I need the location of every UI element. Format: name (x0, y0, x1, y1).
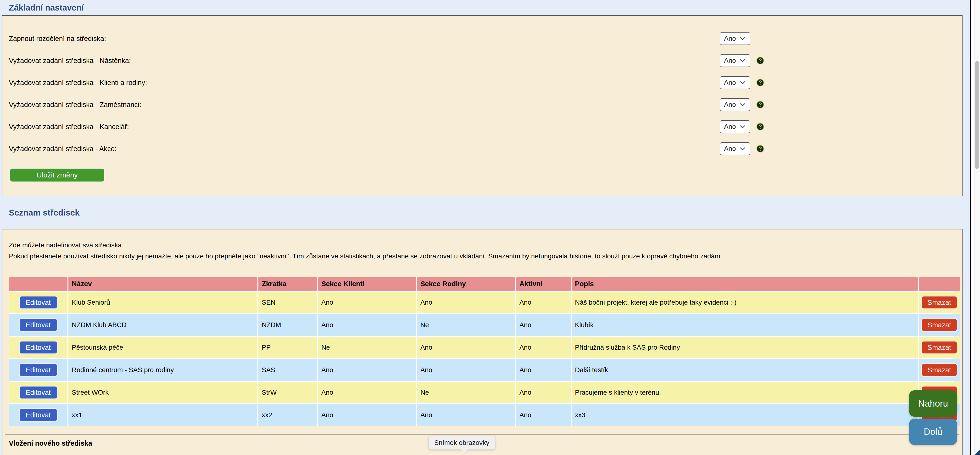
help-icon[interactable]: ? (757, 79, 764, 86)
save-changes-button[interactable]: Uložit změny (10, 168, 105, 182)
chevron-down-icon (740, 101, 745, 106)
setting-label: Zapnout rozdělení na střediska: (2, 35, 106, 43)
select-value: Ano (724, 145, 736, 153)
setting-label: Vyžadovat zadání střediska - Zaměstnanci… (2, 101, 141, 109)
cell-sekce-klienti: Ano (318, 314, 416, 336)
help-icon[interactable]: ? (757, 57, 764, 64)
cell-nazev: Klub Seniorů (68, 292, 258, 313)
edit-cell: Editovat (9, 292, 67, 313)
cell-popis: Klubík (571, 314, 918, 336)
select-value: Ano (724, 123, 736, 131)
centers-intro-line2: Pokud přestanete používat středisko nikd… (2, 252, 962, 260)
delete-cell: Smazat (919, 359, 960, 381)
edit-button[interactable]: Editovat (19, 318, 58, 332)
cell-zkratka: StrW (258, 382, 317, 403)
cell-sekce-rodiny: Ano (417, 404, 515, 426)
setting-select[interactable]: Ano (720, 32, 750, 45)
cell-sekce-klienti: Ano (318, 292, 416, 313)
edit-cell: Editovat (9, 404, 67, 426)
setting-select[interactable]: Ano (720, 120, 750, 133)
cell-popis: xx3 (571, 404, 918, 426)
cell-zkratka: NZDM (258, 314, 317, 336)
panel-divider (5, 434, 959, 435)
scrollbar-corner-wedge (975, 450, 980, 455)
edit-cell: Editovat (9, 382, 67, 403)
cell-popis: Náš boční projekt, kterej ale potřebuje … (571, 292, 918, 313)
cell-sekce-klienti: Ano (318, 382, 416, 403)
setting-row: Vyžadovat zadání střediska - Klienti a r… (2, 72, 962, 94)
edit-cell: Editovat (9, 337, 67, 358)
table-header-cell (9, 277, 67, 291)
cell-zkratka: xx2 (258, 404, 317, 426)
cell-sekce-rodiny: Ne (417, 382, 515, 403)
cell-sekce-rodiny: Ne (417, 314, 515, 336)
cell-sekce-rodiny: Ano (417, 292, 515, 313)
cell-zkratka: PP (258, 337, 317, 358)
centers-table: NázevZkratkaSekce KlientiSekce RodinyAkt… (9, 277, 954, 426)
page: Základní nastavení Zapnout rozdělení na … (0, 0, 970, 455)
chevron-down-icon (740, 79, 745, 84)
setting-select[interactable]: Ano (720, 54, 750, 67)
cell-nazev: Street WOrk (68, 382, 258, 403)
centers-intro-line1: Zde můžete nadefinovat svá střediska. (2, 241, 962, 249)
scroll-to-bottom-button[interactable]: Dolů (909, 418, 957, 445)
scroll-to-top-button[interactable]: Nahoru (909, 390, 957, 417)
cell-zkratka: SEN (258, 292, 317, 313)
cell-nazev: NZDM Klub ABCD (68, 314, 258, 336)
setting-select[interactable]: Ano (720, 76, 750, 89)
setting-row: Vyžadovat zadání střediska - Nástěnka:An… (2, 49, 962, 72)
setting-label: Vyžadovat zadání střediska - Klienti a r… (2, 79, 147, 87)
page-scrollbar[interactable] (974, 0, 980, 455)
edit-button[interactable]: Editovat (19, 386, 58, 399)
help-icon[interactable]: ? (757, 123, 764, 131)
delete-button[interactable]: Smazat (921, 296, 958, 309)
chevron-down-icon (740, 145, 745, 150)
cell-popis: Pracujeme s klienty v terénu. (571, 382, 918, 403)
table-header-cell: Sekce Rodiny (417, 277, 515, 291)
delete-cell: Smazat (919, 314, 960, 336)
delete-cell: Smazat (919, 292, 960, 313)
cell-sekce-klienti: Ne (318, 337, 416, 358)
edit-button[interactable]: Editovat (19, 408, 58, 422)
setting-select[interactable]: Ano (720, 142, 750, 155)
delete-button[interactable]: Smazat (921, 363, 958, 377)
edit-cell: Editovat (9, 359, 67, 381)
edit-button[interactable]: Editovat (19, 341, 58, 354)
setting-label: Vyžadovat zadání střediska - Nástěnka: (2, 57, 131, 65)
setting-row: Vyžadovat zadání střediska - Akce:Ano? (2, 138, 962, 160)
cell-sekce-klienti: Ano (318, 404, 416, 426)
cell-aktivni: Ano (516, 359, 571, 381)
select-value: Ano (724, 35, 736, 42)
select-value: Ano (724, 101, 736, 109)
centers-panel: Zde můžete nadefinovat svá střediska. Po… (2, 229, 963, 455)
delete-button[interactable]: Smazat (921, 318, 958, 332)
table-header-cell: Zkratka (258, 277, 317, 291)
delete-button[interactable]: Smazat (921, 341, 958, 354)
help-icon[interactable]: ? (757, 145, 764, 153)
select-value: Ano (724, 79, 736, 86)
table-header-cell (919, 277, 960, 291)
cell-popis: Přídružná služba k SAS pro Rodiny (571, 337, 918, 358)
setting-label: Vyžadovat zadání střediska - Akce: (2, 145, 116, 153)
cell-sekce-rodiny: Ano (417, 337, 515, 358)
cell-sekce-rodiny: Ano (417, 359, 515, 381)
basic-settings-panel: Zapnout rozdělení na střediska:AnoVyžado… (2, 15, 963, 196)
edit-button[interactable]: Editovat (19, 363, 58, 377)
table-header-cell: Název (68, 277, 258, 291)
cell-nazev: Rodinné centrum - SAS pro rodiny (68, 359, 258, 381)
select-value: Ano (724, 57, 736, 64)
cell-sekce-klienti: Ano (318, 359, 416, 381)
scrollbar-thumb[interactable] (975, 61, 979, 169)
edit-button[interactable]: Editovat (19, 296, 58, 309)
window-edge-divider (970, 0, 971, 455)
help-icon[interactable]: ? (757, 101, 764, 109)
basic-settings-title: Základní nastavení (0, 0, 970, 15)
screenshot-tooltip-text: Snímek obrazovky (434, 439, 489, 446)
setting-row: Vyžadovat zadání střediska - Zaměstnanci… (2, 94, 962, 116)
table-header-cell: Aktivní (516, 277, 571, 291)
delete-cell: Smazat (919, 337, 960, 358)
setting-select[interactable]: Ano (720, 98, 750, 111)
cell-aktivni: Ano (516, 382, 571, 403)
cell-aktivni: Ano (516, 404, 571, 426)
table-header-cell: Popis (571, 277, 918, 291)
